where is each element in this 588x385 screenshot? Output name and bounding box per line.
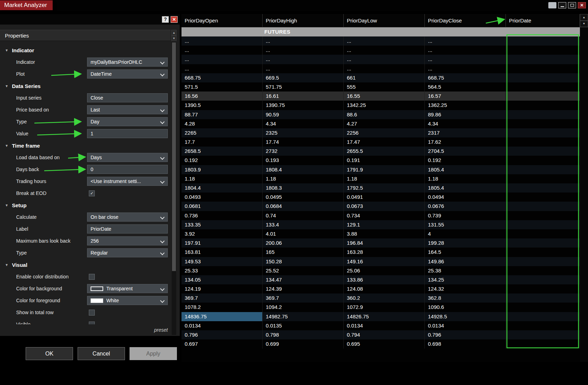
help-button[interactable]: ? xyxy=(162,16,169,23)
trading-hours-dropdown[interactable]: <Use instrument setti... xyxy=(87,177,168,186)
cell[interactable]: 16.56 xyxy=(181,92,263,101)
cell[interactable] xyxy=(506,128,580,137)
cell[interactable]: ... xyxy=(181,36,263,46)
cell[interactable]: 16.61 xyxy=(263,92,344,101)
cell[interactable]: ... xyxy=(263,36,344,46)
cell[interactable]: 163.81 xyxy=(181,248,263,257)
cell[interactable] xyxy=(506,174,580,183)
indicator-dropdown[interactable]: myDailyBarsPriorOHLC xyxy=(87,58,168,67)
cell[interactable] xyxy=(506,92,580,101)
cell[interactable]: 1342.25 xyxy=(344,101,425,110)
cell[interactable]: 0.193 xyxy=(263,156,344,165)
show-in-total-row-checkbox[interactable] xyxy=(89,310,95,316)
ok-button[interactable]: OK xyxy=(26,347,73,360)
properties-scrollbar[interactable] xyxy=(172,42,176,335)
type-dropdown[interactable]: Day xyxy=(87,117,168,126)
cell[interactable]: 0.0673 xyxy=(344,202,425,211)
cell[interactable]: 4.27 xyxy=(344,119,425,128)
cell[interactable]: ... xyxy=(181,55,263,64)
cell[interactable]: 4.34 xyxy=(263,119,344,128)
cell[interactable]: 149.86 xyxy=(425,257,506,266)
cell[interactable]: ... xyxy=(344,55,425,64)
cell[interactable]: 3.92 xyxy=(181,229,263,238)
cell[interactable]: 1803.9 xyxy=(181,165,263,174)
cell[interactable]: 369.7 xyxy=(181,293,263,303)
cell[interactable]: 1094.2 xyxy=(263,303,344,312)
cell[interactable] xyxy=(506,202,580,211)
minimize-button[interactable] xyxy=(558,2,566,8)
table-scroll-up-icon[interactable]: ▲ xyxy=(580,14,588,21)
input-series-input[interactable]: Close xyxy=(87,93,168,102)
column-header-priordayclose[interactable]: PriorDayClose xyxy=(425,14,506,27)
cell[interactable]: ... xyxy=(425,46,506,55)
cell[interactable]: 0.0495 xyxy=(263,192,344,202)
cell[interactable]: 1078.2 xyxy=(181,303,263,312)
cell[interactable] xyxy=(506,293,580,303)
group-row-futures[interactable]: FUTURES xyxy=(181,27,580,36)
load-data-based-on-dropdown[interactable]: Days xyxy=(87,153,168,162)
visible-checkbox[interactable] xyxy=(89,322,95,325)
cell[interactable]: 0.0135 xyxy=(263,321,344,330)
cell[interactable] xyxy=(506,321,580,330)
cell[interactable]: 669.5 xyxy=(263,73,344,82)
cell[interactable]: 571.5 xyxy=(181,82,263,92)
cell[interactable]: 25.06 xyxy=(344,266,425,275)
cell[interactable] xyxy=(506,101,580,110)
cell[interactable]: 14826.75 xyxy=(344,312,425,321)
cell[interactable] xyxy=(506,238,580,248)
cell[interactable]: 1.18 xyxy=(344,174,425,183)
table-scroll-down-icon[interactable]: ▼ xyxy=(580,21,588,27)
cell[interactable]: 0.191 xyxy=(344,156,425,165)
cell[interactable]: 2317 xyxy=(425,128,506,137)
cell[interactable]: 0.697 xyxy=(181,339,263,349)
cell[interactable] xyxy=(506,211,580,220)
cell[interactable] xyxy=(506,156,580,165)
value-input[interactable]: 1 xyxy=(87,129,168,138)
cell[interactable]: 0.0493 xyxy=(181,192,263,202)
cell[interactable]: 1808.3 xyxy=(263,183,344,192)
cell[interactable]: 2658.5 xyxy=(181,147,263,156)
cancel-button[interactable]: Cancel xyxy=(78,347,125,360)
break-at-eod-checkbox[interactable]: ✓ xyxy=(89,190,95,196)
cell[interactable]: 88.77 xyxy=(181,110,263,119)
cell[interactable]: 0.0134 xyxy=(181,321,263,330)
cell[interactable]: ... xyxy=(181,46,263,55)
cell[interactable]: 0.0681 xyxy=(181,202,263,211)
cell[interactable]: 555 xyxy=(344,82,425,92)
cell[interactable]: 165 xyxy=(263,248,344,257)
cell[interactable]: 17.74 xyxy=(263,137,344,147)
cell[interactable]: 134.47 xyxy=(263,275,344,284)
cell[interactable]: 668.75 xyxy=(425,73,506,82)
cell[interactable]: 1072.9 xyxy=(344,303,425,312)
cell[interactable]: 129.1 xyxy=(344,220,425,229)
cell[interactable]: 197.91 xyxy=(181,238,263,248)
cell[interactable]: 1792.5 xyxy=(344,183,425,192)
cell[interactable] xyxy=(506,330,580,339)
cell[interactable]: 2265 xyxy=(181,128,263,137)
cell[interactable]: 1.18 xyxy=(181,174,263,183)
cell[interactable]: 14836.75 xyxy=(181,312,263,321)
cell[interactable]: 4.01 xyxy=(263,229,344,238)
enable-color-distribution-checkbox[interactable] xyxy=(89,274,95,280)
cell[interactable]: 1362.25 xyxy=(425,101,506,110)
cell[interactable]: ... xyxy=(344,46,425,55)
section-indicator[interactable]: ▼Indicator xyxy=(0,44,171,56)
cell[interactable]: 25.52 xyxy=(263,266,344,275)
cell[interactable]: 3.88 xyxy=(344,229,425,238)
cell[interactable]: 2256 xyxy=(344,128,425,137)
cell[interactable]: 0.0684 xyxy=(263,202,344,211)
window-close-button[interactable]: ✕ xyxy=(578,2,586,8)
section-visual[interactable]: ▼Visual xyxy=(0,259,171,271)
cell[interactable]: 1390.5 xyxy=(181,101,263,110)
cell[interactable]: ... xyxy=(425,64,506,73)
section-data-series[interactable]: ▼Data Series xyxy=(0,80,171,92)
cell[interactable]: 17.7 xyxy=(181,137,263,147)
column-header-priordayhigh[interactable]: PriorDayHigh xyxy=(263,14,344,27)
section-setup[interactable]: ▼Setup xyxy=(0,199,171,211)
cell[interactable]: 369.7 xyxy=(263,293,344,303)
cell[interactable]: 134.05 xyxy=(181,275,263,284)
cell[interactable] xyxy=(506,82,580,92)
cell[interactable]: 133.4 xyxy=(263,220,344,229)
cell[interactable] xyxy=(506,284,580,293)
cell[interactable]: 88.6 xyxy=(344,110,425,119)
